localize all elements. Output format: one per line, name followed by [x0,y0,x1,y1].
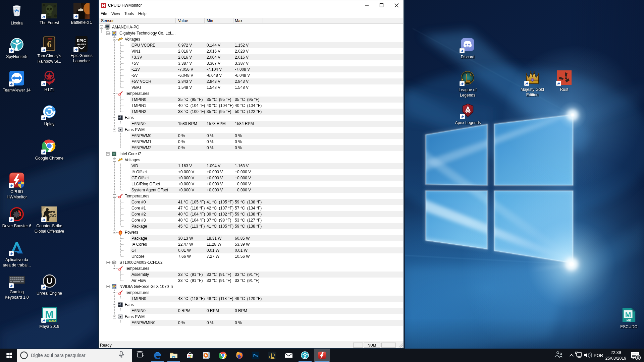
svg-text:POR: POR [594,353,603,358]
svg-text:Ps: Ps [253,354,258,358]
svg-text:6: 6 [637,356,639,360]
svg-text:22:39: 22:39 [610,350,621,355]
svg-text:25/03/2019: 25/03/2019 [605,356,627,361]
